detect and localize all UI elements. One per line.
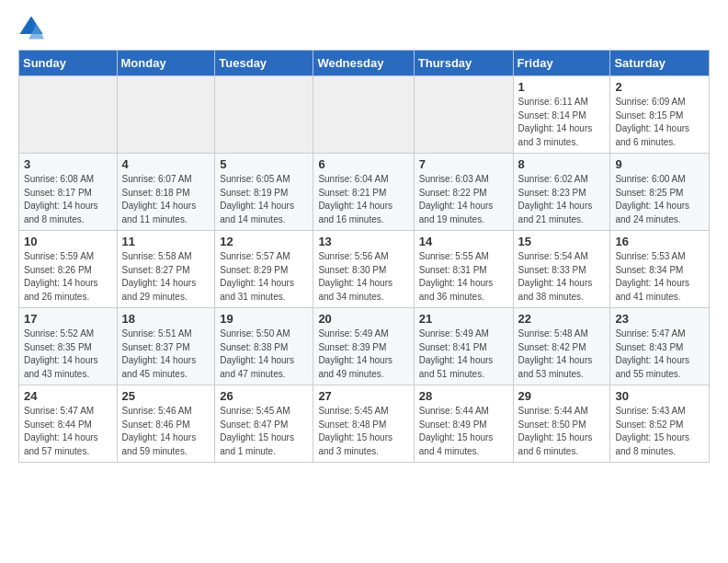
day-info: Sunrise: 5:58 AMSunset: 8:27 PMDaylight:…	[122, 250, 210, 304]
day-number: 17	[24, 312, 112, 326]
calendar-day-cell	[117, 76, 215, 154]
calendar-day-cell: 23Sunrise: 5:47 AMSunset: 8:43 PMDayligh…	[610, 308, 710, 385]
calendar-day-cell: 28Sunrise: 5:44 AMSunset: 8:49 PMDayligh…	[414, 385, 513, 463]
day-info: Sunrise: 6:00 AMSunset: 8:25 PMDaylight:…	[615, 173, 704, 226]
page-container: SundayMondayTuesdayWednesdayThursdayFrid…	[0, 0, 728, 477]
day-info: Sunrise: 5:49 AMSunset: 8:41 PMDaylight:…	[419, 327, 508, 381]
calendar-day-cell: 17Sunrise: 5:52 AMSunset: 8:35 PMDayligh…	[19, 308, 118, 385]
day-info: Sunrise: 6:03 AMSunset: 8:22 PMDaylight:…	[419, 173, 508, 226]
day-info: Sunrise: 5:57 AMSunset: 8:29 PMDaylight:…	[220, 250, 308, 304]
day-number: 7	[419, 157, 508, 171]
day-info: Sunrise: 5:54 AMSunset: 8:33 PMDaylight:…	[518, 250, 606, 304]
calendar-day-cell: 7Sunrise: 6:03 AMSunset: 8:22 PMDaylight…	[414, 154, 513, 231]
calendar-day-cell: 25Sunrise: 5:46 AMSunset: 8:46 PMDayligh…	[117, 385, 215, 463]
day-number: 28	[419, 389, 508, 403]
day-info: Sunrise: 5:43 AMSunset: 8:52 PMDaylight:…	[615, 405, 704, 458]
calendar-week-row: 24Sunrise: 5:47 AMSunset: 8:44 PMDayligh…	[19, 385, 710, 463]
calendar-day-cell: 1Sunrise: 6:11 AMSunset: 8:14 PMDaylight…	[513, 76, 610, 154]
day-number: 2	[615, 80, 704, 94]
logo	[18, 15, 48, 40]
day-info: Sunrise: 5:55 AMSunset: 8:31 PMDaylight:…	[419, 250, 508, 304]
day-number: 4	[122, 157, 210, 171]
calendar-header: SundayMondayTuesdayWednesdayThursdayFrid…	[19, 51, 710, 76]
calendar-day-cell: 12Sunrise: 5:57 AMSunset: 8:29 PMDayligh…	[215, 231, 313, 308]
day-info: Sunrise: 5:46 AMSunset: 8:46 PMDaylight:…	[122, 405, 210, 458]
calendar-day-cell: 20Sunrise: 5:49 AMSunset: 8:39 PMDayligh…	[313, 308, 414, 385]
calendar-day-cell: 13Sunrise: 5:56 AMSunset: 8:30 PMDayligh…	[313, 231, 414, 308]
day-info: Sunrise: 6:11 AMSunset: 8:14 PMDaylight:…	[518, 96, 606, 149]
day-info: Sunrise: 5:53 AMSunset: 8:34 PMDaylight:…	[615, 250, 704, 304]
day-number: 21	[419, 312, 508, 326]
calendar-day-cell: 4Sunrise: 6:07 AMSunset: 8:18 PMDaylight…	[117, 154, 215, 231]
calendar-day-cell: 16Sunrise: 5:53 AMSunset: 8:34 PMDayligh…	[610, 231, 710, 308]
day-info: Sunrise: 5:47 AMSunset: 8:44 PMDaylight:…	[24, 405, 112, 458]
calendar-day-cell	[414, 76, 513, 154]
calendar-day-cell: 10Sunrise: 5:59 AMSunset: 8:26 PMDayligh…	[19, 231, 118, 308]
weekday-header-saturday: Saturday	[610, 51, 710, 76]
calendar-week-row: 10Sunrise: 5:59 AMSunset: 8:26 PMDayligh…	[19, 231, 710, 308]
day-number: 11	[122, 235, 210, 248]
weekday-header-row: SundayMondayTuesdayWednesdayThursdayFrid…	[19, 51, 710, 76]
weekday-header-thursday: Thursday	[414, 51, 513, 76]
header	[18, 15, 710, 40]
calendar-day-cell: 14Sunrise: 5:55 AMSunset: 8:31 PMDayligh…	[414, 231, 513, 308]
day-info: Sunrise: 6:05 AMSunset: 8:19 PMDaylight:…	[220, 173, 308, 226]
calendar-day-cell: 24Sunrise: 5:47 AMSunset: 8:44 PMDayligh…	[19, 385, 118, 463]
calendar-body: 1Sunrise: 6:11 AMSunset: 8:14 PMDaylight…	[19, 76, 710, 463]
calendar-day-cell: 15Sunrise: 5:54 AMSunset: 8:33 PMDayligh…	[513, 231, 610, 308]
weekday-header-tuesday: Tuesday	[215, 51, 313, 76]
calendar-day-cell: 29Sunrise: 5:44 AMSunset: 8:50 PMDayligh…	[513, 385, 610, 463]
calendar-day-cell: 6Sunrise: 6:04 AMSunset: 8:21 PMDaylight…	[313, 154, 414, 231]
weekday-header-monday: Monday	[117, 51, 215, 76]
day-number: 12	[220, 235, 308, 248]
day-number: 20	[318, 312, 408, 326]
day-number: 27	[318, 389, 408, 403]
day-number: 19	[220, 312, 308, 326]
day-info: Sunrise: 6:08 AMSunset: 8:17 PMDaylight:…	[24, 173, 112, 226]
day-number: 30	[615, 389, 704, 403]
calendar-day-cell	[215, 76, 313, 154]
calendar-day-cell: 30Sunrise: 5:43 AMSunset: 8:52 PMDayligh…	[610, 385, 710, 463]
calendar-day-cell: 2Sunrise: 6:09 AMSunset: 8:15 PMDaylight…	[610, 76, 710, 154]
day-info: Sunrise: 6:02 AMSunset: 8:23 PMDaylight:…	[518, 173, 606, 226]
calendar-day-cell: 5Sunrise: 6:05 AMSunset: 8:19 PMDaylight…	[215, 154, 313, 231]
day-info: Sunrise: 5:49 AMSunset: 8:39 PMDaylight:…	[318, 327, 408, 381]
day-number: 6	[318, 157, 408, 171]
day-number: 18	[122, 312, 210, 326]
day-number: 14	[419, 235, 508, 248]
calendar-day-cell: 9Sunrise: 6:00 AMSunset: 8:25 PMDaylight…	[610, 154, 710, 231]
weekday-header-wednesday: Wednesday	[313, 51, 414, 76]
day-number: 8	[518, 157, 606, 171]
weekday-header-sunday: Sunday	[19, 51, 118, 76]
day-info: Sunrise: 6:04 AMSunset: 8:21 PMDaylight:…	[318, 173, 408, 226]
day-number: 10	[24, 235, 112, 248]
calendar-day-cell: 3Sunrise: 6:08 AMSunset: 8:17 PMDaylight…	[19, 154, 118, 231]
day-info: Sunrise: 5:47 AMSunset: 8:43 PMDaylight:…	[615, 327, 704, 381]
calendar-day-cell: 11Sunrise: 5:58 AMSunset: 8:27 PMDayligh…	[117, 231, 215, 308]
day-info: Sunrise: 6:07 AMSunset: 8:18 PMDaylight:…	[122, 173, 210, 226]
calendar-day-cell	[313, 76, 414, 154]
day-number: 1	[518, 80, 606, 94]
day-info: Sunrise: 5:51 AMSunset: 8:37 PMDaylight:…	[122, 327, 210, 381]
calendar-day-cell: 27Sunrise: 5:45 AMSunset: 8:48 PMDayligh…	[313, 385, 414, 463]
day-number: 13	[318, 235, 408, 248]
calendar-day-cell: 18Sunrise: 5:51 AMSunset: 8:37 PMDayligh…	[117, 308, 215, 385]
day-info: Sunrise: 5:50 AMSunset: 8:38 PMDaylight:…	[220, 327, 308, 381]
calendar-day-cell: 8Sunrise: 6:02 AMSunset: 8:23 PMDaylight…	[513, 154, 610, 231]
day-number: 25	[122, 389, 210, 403]
day-info: Sunrise: 5:44 AMSunset: 8:49 PMDaylight:…	[419, 405, 508, 458]
day-number: 9	[615, 157, 704, 171]
day-number: 24	[24, 389, 112, 403]
day-info: Sunrise: 5:59 AMSunset: 8:26 PMDaylight:…	[24, 250, 112, 304]
day-info: Sunrise: 5:52 AMSunset: 8:35 PMDaylight:…	[24, 327, 112, 381]
calendar-day-cell: 26Sunrise: 5:45 AMSunset: 8:47 PMDayligh…	[215, 385, 313, 463]
day-info: Sunrise: 5:45 AMSunset: 8:48 PMDaylight:…	[318, 405, 408, 458]
calendar-week-row: 17Sunrise: 5:52 AMSunset: 8:35 PMDayligh…	[19, 308, 710, 385]
calendar-day-cell: 19Sunrise: 5:50 AMSunset: 8:38 PMDayligh…	[215, 308, 313, 385]
calendar-table: SundayMondayTuesdayWednesdayThursdayFrid…	[18, 50, 710, 463]
day-number: 23	[615, 312, 704, 326]
day-number: 26	[220, 389, 308, 403]
day-number: 3	[24, 157, 112, 171]
calendar-week-row: 1Sunrise: 6:11 AMSunset: 8:14 PMDaylight…	[19, 76, 710, 154]
weekday-header-friday: Friday	[513, 51, 610, 76]
